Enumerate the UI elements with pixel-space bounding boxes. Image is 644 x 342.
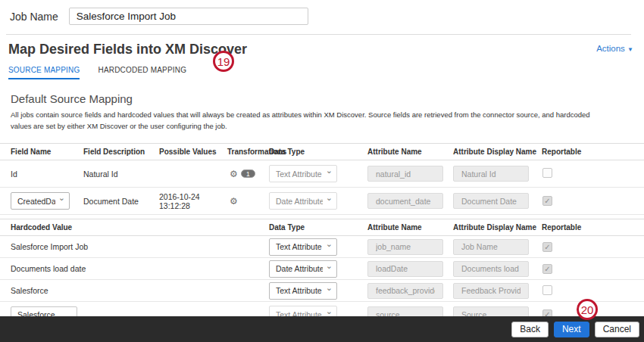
field-description-value: Natural Id [83,169,159,179]
next-button[interactable]: Next [554,322,589,337]
hardcoded-value: Documents load date [11,264,269,273]
attribute-display-name-field [453,193,529,209]
col-attribute-name: Attribute Name [367,144,453,160]
field-description-value: Document Date [83,197,159,206]
job-name-input[interactable] [69,8,308,25]
col-attribute-display-name: Attribute Display Name [453,219,542,235]
data-type-select[interactable]: Date Attribute [269,192,337,210]
attribute-display-name-field [453,166,529,182]
wizard-footer: Back Next Cancel [0,316,644,342]
col-reportable: Reportable [542,219,633,235]
back-button[interactable]: Back [511,322,549,337]
gear-icon[interactable]: ⚙ [230,197,238,206]
transformations-count-badge: 1 [241,169,255,178]
tab-hardcoded-mapping[interactable]: HARDCODED MAPPING [98,66,186,79]
attribute-display-name-field [453,261,529,277]
section-title: Default Source Mapping [0,79,644,105]
tab-source-mapping[interactable]: SOURCE MAPPING [8,66,80,79]
field-name-select[interactable]: CreatedDate [11,192,70,210]
attribute-name-field [367,239,443,255]
chevron-down-icon: ▼ [627,46,633,53]
col-data-type: Data Type [269,144,367,160]
gear-icon[interactable]: ⚙ [230,169,238,179]
table-row: Salesforce Text Attribute [0,280,644,302]
data-type-select[interactable]: Date Attribute [269,260,337,278]
attribute-name-field [367,166,443,182]
table-row: CreatedDate Document Date 2016-10-24 13:… [0,188,644,215]
table-row: Id Natural Id ⚙ 1 Text Attribute [0,160,644,188]
col-possible-values: Possible Values [159,144,227,160]
col-reportable: Reportable [542,144,633,160]
section-description: All jobs contain source fields and hardc… [0,105,644,132]
mapping-tabs: SOURCE MAPPING HARDCODED MAPPING [0,58,644,79]
col-transformations: Transformations [227,144,269,160]
hardcoded-value: Salesforce [11,286,269,295]
page-title: Map Desired Fields into XM Discover [8,42,247,58]
attribute-name-field [367,193,443,209]
col-attribute-display-name: Attribute Display Name [453,144,542,160]
job-name-label: Job Name [10,11,58,23]
page-header: Map Desired Fields into XM Discover Acti… [0,35,644,58]
col-hardcoded-value: Hardcoded Value [11,219,269,235]
reportable-checkbox [542,196,552,206]
attribute-display-name-field [453,239,529,255]
cancel-button[interactable]: Cancel [595,322,639,337]
data-type-select[interactable]: Text Attribute [269,165,337,182]
data-type-select[interactable]: Text Attribute [269,238,337,256]
reportable-checkbox[interactable] [542,285,552,295]
data-type-select[interactable]: Text Attribute [269,282,337,300]
hardcoded-value: Salesforce Import Job [11,242,269,251]
attribute-name-field [367,261,443,277]
possible-values-value: 2016-10-24 13:12:28 [159,192,227,210]
attribute-display-name-field [453,283,529,299]
source-table-header: Field Name Field Description Possible Va… [0,143,644,160]
job-name-bar: Job Name [0,0,644,25]
col-data-type: Data Type [269,219,367,235]
col-field-name: Field Name [11,144,83,160]
col-attribute-name: Attribute Name [367,219,453,235]
field-name-value: Id [11,169,83,179]
table-row: Documents load date Date Attribute [0,258,644,280]
reportable-checkbox [542,264,552,274]
col-field-description: Field Description [83,144,159,160]
reportable-checkbox [542,242,552,252]
annotation-step-20-badge: 20 [577,299,598,320]
attribute-name-field [367,283,443,299]
hardcoded-table-header: Hardcoded Value Data Type Attribute Name… [0,219,644,236]
actions-menu-button[interactable]: Actions ▼ [596,44,633,53]
reportable-checkbox[interactable] [542,168,552,178]
annotation-step-19-badge: 19 [213,51,234,72]
table-row: Salesforce Import Job Text Attribute [0,236,644,258]
